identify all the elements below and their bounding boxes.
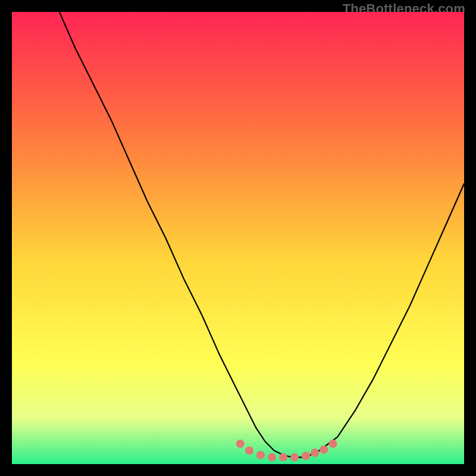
highlight-marker xyxy=(302,452,310,460)
chart-container: TheBottleneck.com xyxy=(0,0,476,476)
chart-svg xyxy=(12,12,464,464)
highlight-marker xyxy=(268,453,276,462)
plot-area xyxy=(12,12,464,464)
highlight-marker xyxy=(279,453,287,462)
highlight-marker xyxy=(329,440,337,448)
highlight-marker xyxy=(320,446,328,454)
highlight-marker xyxy=(290,453,299,462)
highlight-marker xyxy=(245,446,253,455)
highlight-marker xyxy=(256,451,265,459)
highlight-marker xyxy=(236,440,245,448)
highlight-marker xyxy=(311,449,319,457)
gradient-background xyxy=(12,12,464,464)
